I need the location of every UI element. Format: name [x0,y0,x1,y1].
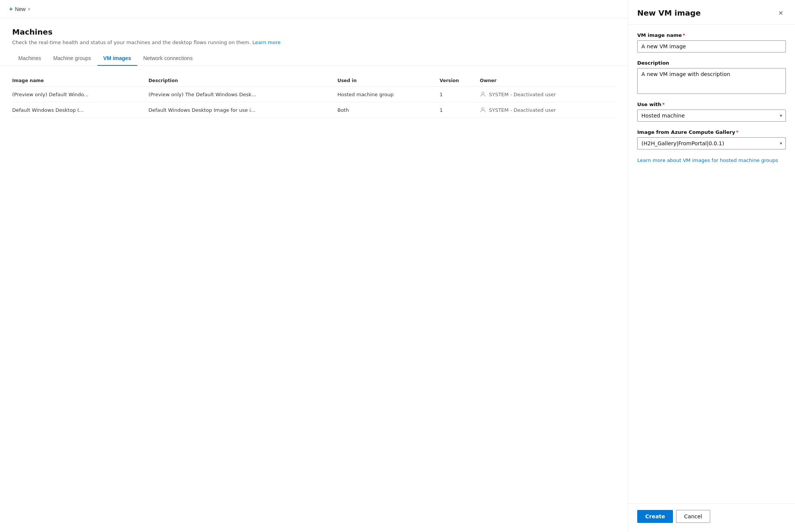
tabs: Machines Machine groups VM images Networ… [0,51,628,66]
tab-machine-groups[interactable]: Machine groups [47,51,97,66]
cell-description: (Preview only) The Default Windows Desk.… [148,87,337,102]
user-icon [480,107,486,113]
close-button[interactable]: ✕ [775,8,786,18]
image-gallery-group: Image from Azure Compute Gallery* (H2H_G… [637,129,786,149]
table-area: Image name Description Used in Version O… [0,66,628,127]
table-row[interactable]: (Preview only) Default Windo... (Preview… [12,87,616,102]
col-header-description: Description [148,75,337,87]
image-gallery-label: Image from Azure Compute Gallery* [637,129,786,135]
col-header-image-name: Image name [12,75,148,87]
top-bar: + New ∨ [0,0,628,18]
cell-image-name: Default Windows Desktop I... [12,102,148,118]
user-icon [480,91,486,97]
panel-body: VM image name* Description A new VM imag… [628,25,795,503]
use-with-group: Use with* Hosted machine Hosted machine … [637,102,786,122]
plus-icon: + [9,6,13,13]
new-button[interactable]: + New ∨ [6,4,33,14]
new-button-label: New [15,6,25,12]
cell-used-in: Both [337,102,440,118]
cancel-button[interactable]: Cancel [676,510,710,523]
use-with-select[interactable]: Hosted machine Hosted machine group Both [637,110,786,122]
svg-point-1 [482,108,484,110]
cell-owner: SYSTEM - Deactivated user [480,87,616,102]
description-group: Description A new VM image with descript… [637,60,786,94]
col-header-owner: Owner [480,75,616,87]
page-title: Machines [12,27,616,37]
tab-machines[interactable]: Machines [12,51,47,66]
col-header-version: Version [440,75,480,87]
description-textarea[interactable]: A new VM image with description [637,68,786,94]
panel-footer: Create Cancel [628,503,795,532]
panel-header: New VM image ✕ [628,0,795,25]
vm-image-name-group: VM image name* [637,32,786,52]
vm-image-name-label: VM image name* [637,32,786,38]
table-row[interactable]: Default Windows Desktop I... Default Win… [12,102,616,118]
use-with-select-wrapper: Hosted machine Hosted machine group Both… [637,110,786,122]
right-panel: New VM image ✕ VM image name* Descriptio… [628,0,795,532]
required-indicator: * [736,129,739,135]
tab-vm-images[interactable]: VM images [97,51,137,66]
description-label: Description [637,60,786,66]
use-with-label: Use with* [637,102,786,107]
panel-title: New VM image [637,8,701,17]
cell-owner: SYSTEM - Deactivated user [480,102,616,118]
create-button[interactable]: Create [637,510,673,523]
vm-image-name-input[interactable] [637,40,786,52]
image-gallery-select-wrapper: (H2H_Gallery|FromPortal|0.0.1) ▾ [637,137,786,149]
cell-description: Default Windows Desktop Image for use i.… [148,102,337,118]
svg-point-0 [482,92,484,94]
cell-used-in: Hosted machine group [337,87,440,102]
table-header-row: Image name Description Used in Version O… [12,75,616,87]
required-indicator: * [682,32,685,38]
col-header-used-in: Used in [337,75,440,87]
page-description: Check the real-time health and status of… [12,40,616,45]
vm-images-table: Image name Description Used in Version O… [12,75,616,118]
required-indicator: * [662,102,665,107]
info-link[interactable]: Learn more about VM images for hosted ma… [637,157,786,164]
cell-image-name: (Preview only) Default Windo... [12,87,148,102]
cell-version: 1 [440,102,480,118]
tab-network-connections[interactable]: Network connections [137,51,199,66]
learn-more-link[interactable]: Learn more [252,40,281,45]
cell-version: 1 [440,87,480,102]
image-gallery-select[interactable]: (H2H_Gallery|FromPortal|0.0.1) [637,137,786,149]
page-header: Machines Check the real-time health and … [0,18,628,45]
chevron-down-icon: ∨ [28,7,30,11]
